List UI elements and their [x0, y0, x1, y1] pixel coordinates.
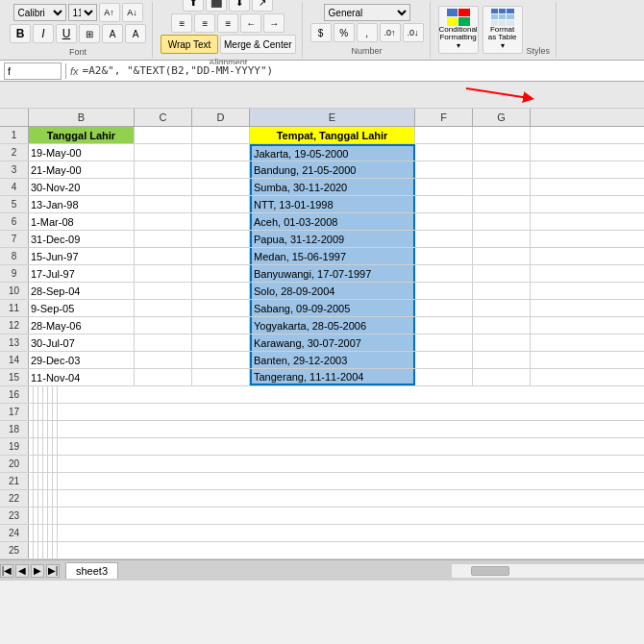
cell-d[interactable]: [192, 369, 250, 385]
cell-c[interactable]: [135, 352, 192, 368]
cell-c[interactable]: [135, 213, 192, 230]
cell-b[interactable]: 1-Mar-08: [29, 213, 135, 230]
cell-d[interactable]: [192, 179, 250, 195]
cell-b[interactable]: 11-Nov-04: [29, 369, 135, 385]
cell-e[interactable]: Tempat, Tanggal Lahir: [250, 127, 415, 143]
cell-b[interactable]: 28-Sep-04: [29, 283, 135, 299]
cell-g[interactable]: [473, 144, 531, 161]
fill-color-btn[interactable]: A: [102, 24, 123, 43]
orientation-btn[interactable]: ↗: [252, 0, 273, 12]
empty-cell[interactable]: [53, 473, 58, 489]
cell-f[interactable]: [415, 196, 473, 212]
empty-cell[interactable]: [53, 508, 58, 524]
format-table-btn[interactable]: Format as Table ▾: [483, 6, 523, 54]
cell-e[interactable]: Jakarta, 19-05-2000: [250, 144, 415, 161]
cell-g[interactable]: [473, 161, 531, 178]
cell-c[interactable]: [135, 265, 192, 282]
cell-d[interactable]: [192, 127, 250, 143]
cell-f[interactable]: [415, 369, 473, 385]
cell-g[interactable]: [473, 248, 531, 264]
formula-input[interactable]: [83, 64, 640, 77]
cell-g[interactable]: [473, 283, 531, 299]
cell-f[interactable]: [415, 317, 473, 334]
cell-g[interactable]: [473, 334, 531, 351]
empty-cell[interactable]: [53, 421, 58, 437]
cell-g[interactable]: [473, 265, 531, 282]
col-header-f[interactable]: F: [415, 109, 473, 126]
cell-c[interactable]: [135, 300, 192, 316]
cell-c[interactable]: [135, 334, 192, 351]
col-header-g[interactable]: G: [473, 109, 531, 126]
cell-c[interactable]: [135, 196, 192, 212]
cell-e[interactable]: Tangerang, 11-11-2004: [250, 369, 415, 385]
cell-g[interactable]: [473, 300, 531, 316]
dec-dec-btn[interactable]: .0↓: [403, 23, 424, 42]
cell-f[interactable]: [415, 265, 473, 282]
cell-e[interactable]: Karawang, 30-07-2007: [250, 334, 415, 351]
font-color-btn[interactable]: A: [125, 24, 146, 43]
align-left-btn[interactable]: ≡: [171, 13, 192, 33]
cell-c[interactable]: [135, 144, 192, 161]
cell-b[interactable]: 28-May-06: [29, 317, 135, 334]
align-middle-btn[interactable]: ⬛: [206, 0, 227, 12]
cell-c[interactable]: [135, 369, 192, 385]
col-header-d[interactable]: D: [192, 109, 250, 126]
border-btn[interactable]: ⊞: [79, 24, 100, 43]
align-right-btn[interactable]: ≡: [217, 13, 238, 33]
bold-btn[interactable]: B: [10, 24, 31, 43]
col-header-c[interactable]: C: [135, 109, 192, 126]
cell-f[interactable]: [415, 144, 473, 161]
cell-d[interactable]: [192, 231, 250, 247]
sheet-nav-first[interactable]: |◀: [0, 564, 13, 578]
cell-c[interactable]: [135, 231, 192, 247]
cell-g[interactable]: [473, 179, 531, 195]
cell-g[interactable]: [473, 369, 531, 385]
cell-f[interactable]: [415, 231, 473, 247]
cell-e[interactable]: Yogyakarta, 28-05-2006: [250, 317, 415, 334]
cell-g[interactable]: [473, 196, 531, 212]
cell-b[interactable]: Tanggal Lahir: [29, 127, 135, 143]
sheet-nav-next[interactable]: ▶: [31, 564, 44, 578]
cell-g[interactable]: [473, 317, 531, 334]
cell-f[interactable]: [415, 283, 473, 299]
cell-d[interactable]: [192, 317, 250, 334]
cell-b[interactable]: 21-May-00: [29, 161, 135, 178]
empty-cell[interactable]: [53, 490, 58, 507]
cell-e[interactable]: Solo, 28-09-2004: [250, 283, 415, 299]
empty-cell[interactable]: [53, 525, 58, 541]
percent-btn[interactable]: %: [334, 23, 355, 42]
dollar-btn[interactable]: $: [310, 23, 332, 42]
cell-f[interactable]: [415, 300, 473, 316]
cell-c[interactable]: [135, 161, 192, 178]
cell-d[interactable]: [192, 300, 250, 316]
cell-d[interactable]: [192, 161, 250, 178]
cell-c[interactable]: [135, 317, 192, 334]
font-name-select[interactable]: Calibri: [13, 4, 66, 21]
cell-e[interactable]: Bandung, 21-05-2000: [250, 161, 415, 178]
cell-e[interactable]: Aceh, 01-03-2008: [250, 213, 415, 230]
increase-font-btn[interactable]: A↑: [99, 3, 120, 22]
cell-e[interactable]: Medan, 15-06-1997: [250, 248, 415, 264]
empty-cell[interactable]: [53, 542, 58, 558]
align-top-btn[interactable]: ⬆: [183, 0, 204, 12]
cell-b[interactable]: 30-Nov-20: [29, 179, 135, 195]
conditional-formatting-btn[interactable]: Conditional Formatting ▾: [438, 6, 479, 54]
wrap-text-btn[interactable]: Wrap Text: [161, 35, 218, 54]
horizontal-scrollbar[interactable]: [452, 564, 644, 578]
cell-b[interactable]: 31-Dec-09: [29, 231, 135, 247]
cell-d[interactable]: [192, 248, 250, 264]
cell-f[interactable]: [415, 127, 473, 143]
cell-d[interactable]: [192, 265, 250, 282]
sheet-nav-prev[interactable]: ◀: [15, 564, 29, 578]
indent-dec-btn[interactable]: ←: [240, 13, 261, 33]
cell-g[interactable]: [473, 213, 531, 230]
cell-d[interactable]: [192, 213, 250, 230]
comma-btn[interactable]: ,: [357, 23, 378, 42]
underline-btn[interactable]: U: [56, 24, 77, 43]
cell-e[interactable]: Sabang, 09-09-2005: [250, 300, 415, 316]
cell-d[interactable]: [192, 352, 250, 368]
cell-f[interactable]: [415, 248, 473, 264]
cell-g[interactable]: [473, 352, 531, 368]
cell-e[interactable]: Banyuwangi, 17-07-1997: [250, 265, 415, 282]
empty-cell[interactable]: [53, 438, 58, 455]
